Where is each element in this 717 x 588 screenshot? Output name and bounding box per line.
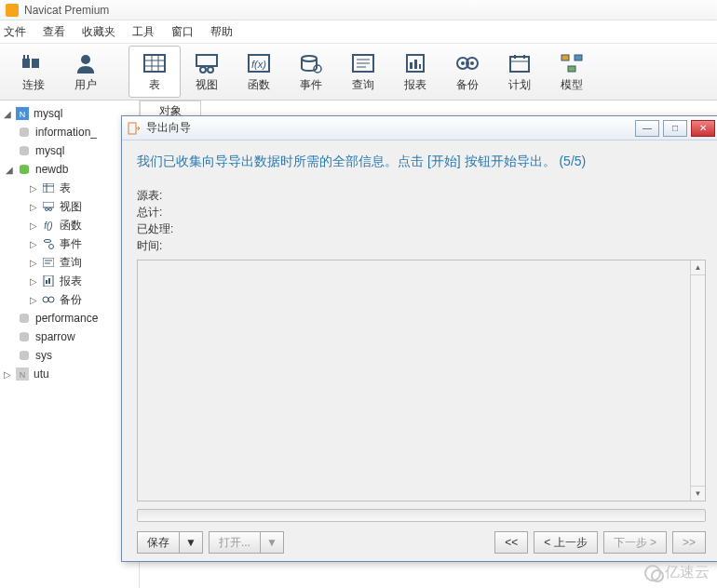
tool-report[interactable]: 报表 xyxy=(389,46,441,98)
svg-rect-74 xyxy=(129,123,136,134)
svg-rect-23 xyxy=(414,60,417,69)
tool-view[interactable]: 视图 xyxy=(181,46,233,98)
tree-db-sys[interactable]: sys xyxy=(0,346,139,365)
menu-file[interactable]: 文件 xyxy=(4,24,26,40)
expand-arrow-icon: ▷ xyxy=(30,202,41,212)
tree-label: performance xyxy=(35,312,98,325)
tool-label: 报表 xyxy=(404,77,426,93)
tool-query[interactable]: 查询 xyxy=(337,46,389,98)
svg-text:N: N xyxy=(20,370,26,380)
menu-window[interactable]: 窗口 xyxy=(171,24,194,40)
tool-label: 函数 xyxy=(248,77,270,93)
svg-point-65 xyxy=(20,319,29,323)
watermark: 亿速云 xyxy=(644,563,710,582)
scrollbar[interactable]: ▲ ▼ xyxy=(690,261,705,501)
tool-schedule[interactable]: 计划 xyxy=(494,46,546,98)
svg-rect-33 xyxy=(561,55,569,60)
tree-db-sparrow[interactable]: sparrow xyxy=(0,327,139,346)
database-icon xyxy=(17,126,32,139)
user-icon xyxy=(73,51,99,75)
tree-item-table[interactable]: ▷表 xyxy=(0,179,139,197)
save-dropdown-button[interactable]: ▼ xyxy=(179,531,203,554)
menu-view[interactable]: 查看 xyxy=(43,24,65,40)
svg-point-61 xyxy=(43,297,48,302)
tool-connection[interactable]: 连接 xyxy=(7,46,60,98)
svg-rect-59 xyxy=(46,280,47,284)
open-button[interactable]: 打开... xyxy=(209,531,260,554)
tree-item-event[interactable]: ▷事件 xyxy=(0,234,139,253)
svg-rect-1 xyxy=(32,59,39,68)
close-button[interactable]: ✕ xyxy=(691,120,715,137)
app-logo-icon xyxy=(6,4,19,17)
tree-label: utu xyxy=(34,368,49,381)
expand-arrow-icon: ▷ xyxy=(30,239,41,249)
next-button[interactable]: 下一步 > xyxy=(603,531,667,554)
maximize-button[interactable]: □ xyxy=(663,120,687,137)
svg-rect-35 xyxy=(568,66,575,72)
export-icon xyxy=(128,122,141,135)
backup-icon xyxy=(41,293,56,306)
tree-root-mysql[interactable]: ◢ N mysql xyxy=(0,104,139,123)
expand-arrow-icon: ▷ xyxy=(30,258,41,268)
database-icon xyxy=(17,330,32,343)
fx-icon: f(x) xyxy=(246,51,272,75)
menu-help[interactable]: 帮助 xyxy=(210,24,233,40)
svg-point-43 xyxy=(20,152,29,155)
database-icon xyxy=(17,349,32,362)
event-icon xyxy=(41,237,56,250)
menu-favorites[interactable]: 收藏夹 xyxy=(82,24,115,40)
tree-db-information[interactable]: information_ xyxy=(0,123,139,141)
tree-db-performance[interactable]: performance xyxy=(0,309,139,327)
tree-label: 视图 xyxy=(60,199,82,215)
scroll-up-icon[interactable]: ▲ xyxy=(691,261,705,275)
tool-user[interactable]: 用户 xyxy=(60,46,112,98)
tree-item-function[interactable]: ▷f()函数 xyxy=(0,216,139,234)
expand-arrow-icon: ▷ xyxy=(30,276,41,287)
log-output[interactable]: ▲ ▼ xyxy=(137,260,706,501)
minimize-button[interactable]: — xyxy=(635,120,659,137)
query-icon xyxy=(350,51,376,75)
svg-point-52 xyxy=(49,208,52,211)
tree-db-mysql[interactable]: mysql xyxy=(0,141,139,160)
scroll-down-icon[interactable]: ▼ xyxy=(691,486,705,501)
tool-function[interactable]: f(x) 函数 xyxy=(233,46,285,98)
report-icon xyxy=(41,274,56,287)
tool-event[interactable]: 事件 xyxy=(285,46,337,98)
svg-point-71 xyxy=(20,356,29,360)
tool-model[interactable]: 模型 xyxy=(546,46,598,98)
connection-tree: ◢ N mysql information_ mysql ◢ newdb ▷表 … xyxy=(0,100,140,588)
tree-conn-utu[interactable]: ▷Nutu xyxy=(0,365,139,383)
tool-label: 事件 xyxy=(300,77,322,93)
dialog-title: 导出向导 xyxy=(146,120,631,136)
open-dropdown-button[interactable]: ▼ xyxy=(260,531,284,554)
tree-item-backup[interactable]: ▷备份 xyxy=(0,290,139,309)
tree-label: 备份 xyxy=(60,292,82,308)
svg-rect-60 xyxy=(48,278,50,284)
svg-point-27 xyxy=(461,61,465,65)
tree-label: mysql xyxy=(34,107,62,120)
progress-bar xyxy=(137,509,706,522)
tool-table[interactable]: 表 xyxy=(129,46,181,98)
collapse-arrow-icon: ◢ xyxy=(4,109,15,119)
backup-icon xyxy=(454,51,480,75)
fx-icon: f() xyxy=(41,219,56,232)
svg-rect-29 xyxy=(510,57,529,72)
svg-point-51 xyxy=(46,208,48,211)
tree-item-query[interactable]: ▷查询 xyxy=(0,253,139,272)
prev-button[interactable]: < 上一步 xyxy=(534,531,597,554)
report-icon xyxy=(402,51,428,75)
tool-backup[interactable]: 备份 xyxy=(441,46,494,98)
table-icon xyxy=(41,181,56,194)
expand-arrow-icon: ▷ xyxy=(4,369,15,380)
tree-db-newdb[interactable]: ◢ newdb xyxy=(0,160,139,179)
last-button[interactable]: >> xyxy=(672,531,706,554)
watermark-text: 亿速云 xyxy=(665,563,710,582)
database-icon xyxy=(17,312,32,325)
svg-point-62 xyxy=(48,297,54,302)
save-button[interactable]: 保存 xyxy=(137,531,179,554)
menu-tools[interactable]: 工具 xyxy=(132,24,155,40)
tree-item-view[interactable]: ▷视图 xyxy=(0,197,139,216)
view-icon xyxy=(41,200,56,213)
tree-item-report[interactable]: ▷报表 xyxy=(0,272,139,290)
first-button[interactable]: << xyxy=(494,531,528,554)
